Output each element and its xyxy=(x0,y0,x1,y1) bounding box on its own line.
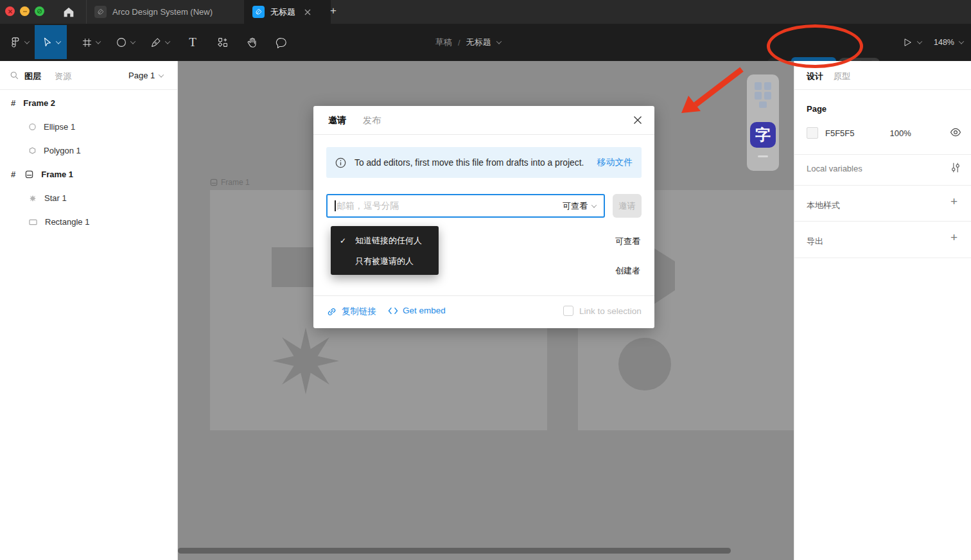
dropdown-option-anyone[interactable]: ✓ 知道链接的任何人 xyxy=(331,232,439,249)
comment-icon xyxy=(276,37,288,49)
tab-close-button[interactable] xyxy=(304,9,311,15)
home-button[interactable] xyxy=(62,5,76,19)
divider xyxy=(794,258,971,258)
layer-row-star1[interactable]: Star 1 xyxy=(0,186,178,210)
tab-layers[interactable]: 图层 xyxy=(24,71,41,82)
dialog-tab-invite[interactable]: 邀请 xyxy=(328,115,346,127)
permission-select[interactable]: 可查看 xyxy=(563,200,596,212)
pen-tool-icon xyxy=(150,37,162,48)
row-permission-owner: 创建者 xyxy=(615,265,640,277)
shape-tool-button[interactable] xyxy=(110,26,140,59)
invite-button-disabled[interactable]: 邀请 xyxy=(613,194,642,218)
dialog-close-button[interactable] xyxy=(633,116,642,125)
copy-link-button[interactable]: 复制链接 xyxy=(326,306,376,317)
ellipse1-shape[interactable] xyxy=(618,338,671,390)
traffic-zoom-button[interactable] xyxy=(35,6,44,16)
comment-tool-button[interactable] xyxy=(268,26,294,59)
hand-tool-icon xyxy=(246,37,258,49)
color-swatch[interactable] xyxy=(807,127,818,139)
check-icon: ✓ xyxy=(340,236,349,245)
color-opacity-value[interactable]: 100% xyxy=(890,128,911,138)
add-export-button[interactable]: + xyxy=(950,231,958,245)
editor-toolbar: T 草稿 / 无标题 分享 </> xyxy=(0,24,971,61)
breadcrumb-folder[interactable]: 草稿 xyxy=(435,37,452,48)
file-tab-untitled[interactable]: 无标题 xyxy=(244,0,331,24)
horizontal-scrollbar[interactable] xyxy=(178,548,731,554)
star1-shape[interactable] xyxy=(272,328,339,394)
chevron-down-icon xyxy=(591,202,597,207)
minimize-icon xyxy=(22,9,28,14)
dropdown-option-invited[interactable]: 只有被邀请的人 xyxy=(331,253,439,270)
rectangle-icon xyxy=(29,219,37,225)
layer-row-rectangle1[interactable]: Rectangle 1 xyxy=(0,210,178,234)
divider xyxy=(794,221,971,222)
row-permission-viewer[interactable]: 可查看 xyxy=(615,236,640,247)
color-hex-value[interactable]: F5F5F5 xyxy=(825,128,855,138)
input-placeholder: 邮箱，逗号分隔 xyxy=(337,200,399,212)
add-style-button[interactable]: + xyxy=(950,195,958,209)
chevron-down-icon xyxy=(24,39,30,44)
page-selector[interactable]: Page 1 xyxy=(128,71,163,80)
invite-button-label: 邀请 xyxy=(619,200,636,212)
play-icon xyxy=(902,37,913,48)
file-tab-arco[interactable]: Arco Design System (New) xyxy=(86,0,252,24)
polygon-icon xyxy=(29,147,36,154)
hand-tool-button[interactable] xyxy=(239,26,265,59)
eye-icon[interactable] xyxy=(950,128,961,137)
widget-handle[interactable] xyxy=(758,155,768,157)
widget-grid-icon[interactable] xyxy=(753,81,773,109)
sliders-icon[interactable] xyxy=(950,162,961,173)
figma-menu-icon xyxy=(10,37,21,48)
text-caret xyxy=(335,200,336,211)
breadcrumb-file[interactable]: 无标题 xyxy=(466,37,491,48)
chevron-down-icon xyxy=(130,39,136,44)
layer-row-frame1[interactable]: # Frame 1 xyxy=(0,162,178,186)
zi-character: 字 xyxy=(755,125,771,145)
tab-prototype[interactable]: 原型 xyxy=(834,71,850,82)
present-button[interactable] xyxy=(898,26,926,59)
layer-row-ellipse1[interactable]: Ellipse 1 xyxy=(0,115,178,139)
code-brackets-icon xyxy=(388,306,398,315)
move-file-link[interactable]: 移动文件 xyxy=(597,157,633,168)
page-color-row[interactable]: F5F5F5 100% xyxy=(807,127,911,139)
dialog-tab-publish[interactable]: 发布 xyxy=(363,115,381,127)
layer-row-frame2[interactable]: # Frame 2 xyxy=(0,91,178,115)
frame-cover-icon xyxy=(25,170,33,179)
resources-icon xyxy=(217,37,229,48)
traffic-close-button[interactable] xyxy=(5,6,15,16)
divider xyxy=(794,154,971,155)
invite-email-input[interactable]: 邮箱，逗号分隔 可查看 xyxy=(326,194,605,218)
chevron-down-icon[interactable] xyxy=(496,39,501,44)
breadcrumb-separator: / xyxy=(458,38,460,48)
text-tool-button[interactable]: T xyxy=(181,26,204,59)
frame-tool-button[interactable] xyxy=(76,26,105,59)
traffic-minimize-button[interactable] xyxy=(20,6,30,16)
dropdown-option-label: 只有被邀请的人 xyxy=(355,256,414,267)
divider xyxy=(794,185,971,186)
search-icon[interactable] xyxy=(10,71,19,80)
widget-font-button[interactable]: 字 xyxy=(750,122,776,148)
tab-design[interactable]: 设计 xyxy=(807,71,823,82)
floating-widget: 字 xyxy=(747,74,779,171)
plus-icon: + xyxy=(950,195,958,208)
pen-tool-button[interactable] xyxy=(145,26,175,59)
move-tool-selected[interactable] xyxy=(35,25,67,59)
info-banner: To add editors, first move this file fro… xyxy=(326,147,642,178)
banner-text: To add editors, first move this file fro… xyxy=(354,158,584,168)
layer-row-polygon1[interactable]: Polygon 1 xyxy=(0,139,178,162)
chevron-down-icon xyxy=(55,39,60,44)
layer-name: Polygon 1 xyxy=(44,146,81,155)
resources-tool-button[interactable] xyxy=(211,26,235,59)
checkbox-unchecked[interactable] xyxy=(563,306,573,316)
get-embed-button[interactable]: Get embed xyxy=(388,306,446,315)
close-icon xyxy=(304,9,311,15)
dropdown-option-label: 知道链接的任何人 xyxy=(355,235,422,247)
file-tab-label: Arco Design System (New) xyxy=(112,7,213,17)
main-menu-button[interactable] xyxy=(5,26,33,59)
window-tab-bar: Arco Design System (New) 无标题 + xyxy=(0,0,971,24)
new-tab-button[interactable]: + xyxy=(330,4,337,17)
link-to-selection[interactable]: Link to selection xyxy=(563,306,642,316)
zoom-level: 148% xyxy=(934,38,954,47)
tab-assets[interactable]: 资源 xyxy=(55,71,71,82)
zoom-menu[interactable]: 148% xyxy=(930,26,967,59)
